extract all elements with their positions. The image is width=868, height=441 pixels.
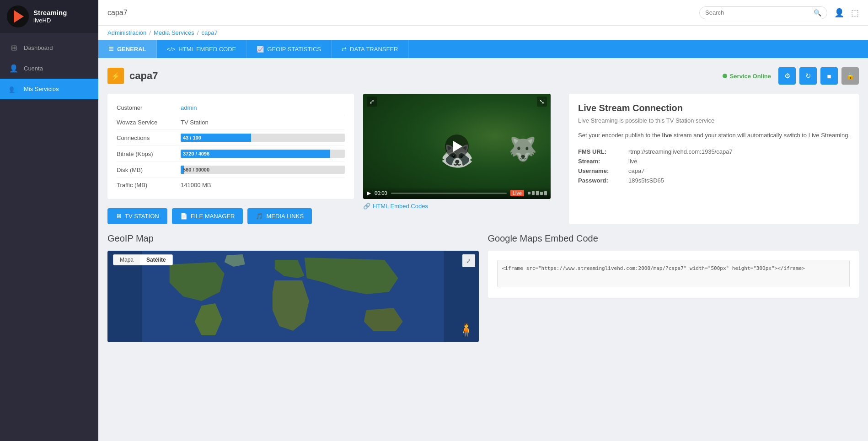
lock-button[interactable]: 🔒	[841, 67, 859, 85]
service-name: capa7	[129, 70, 158, 82]
settings-button[interactable]: ⚙	[778, 67, 796, 85]
vol-bar-3	[536, 191, 539, 195]
breadcrumb-media[interactable]: Media Services	[154, 29, 194, 36]
vol-bar-4	[540, 192, 543, 195]
video-progress-bar[interactable]	[391, 193, 507, 194]
embed-code-title: Google Maps Embed Code	[488, 233, 859, 244]
logo-area: Streaming liveHD	[0, 0, 98, 33]
topbar: capa7 🔍 👤 ⬚	[98, 0, 868, 26]
volume-bars	[528, 191, 547, 195]
map-tab-satelite[interactable]: Satélite	[140, 255, 172, 265]
topbar-title: capa7	[107, 9, 692, 17]
bitrate-text: 3720 / 4096	[183, 150, 209, 158]
sidebar-item-cuenta[interactable]: 👤 Cuenta	[0, 58, 98, 79]
play-icon	[14, 10, 24, 23]
map-wrapper: Mapa Satélite ⤢ 🧍	[107, 251, 479, 342]
tab-geoip[interactable]: 📈 GEOIP STATISTICS	[246, 40, 332, 58]
service-icon: ⚡	[107, 68, 124, 84]
map-tab-mapa[interactable]: Mapa	[113, 255, 140, 265]
geoip-section: GeoIP Map	[107, 233, 479, 342]
tv-station-button[interactable]: 🖥 TV STATION	[107, 208, 167, 224]
password-row: Password: 189s5tsSD65	[578, 176, 850, 185]
embed-code-textarea[interactable]: <iframe src="https://www.streaminglivehd…	[497, 260, 850, 287]
link-icon: 🔗	[363, 203, 370, 210]
page-header: ⚡ capa7 Service Online ⚙ ↻ ■ 🔒	[107, 67, 859, 85]
play-triangle	[453, 141, 462, 152]
media-links-button[interactable]: 🎵 MEDIA LINKS	[247, 208, 312, 224]
main-container: capa7 🔍 👤 ⬚ Administración / Media Servi…	[98, 0, 868, 441]
content-area: Administración / Media Services / capa7 …	[98, 26, 868, 441]
bitrate-bar: 3720 / 4096	[181, 150, 345, 158]
fms-row: FMS URL: rtmp://streaminglivehd.com:1935…	[578, 147, 850, 156]
map-container: Mapa Satélite ⤢ 🧍	[107, 251, 479, 342]
search-input[interactable]	[705, 9, 810, 16]
geoip-title: GeoIP Map	[107, 233, 479, 244]
data-transfer-tab-icon: ⇄	[342, 46, 347, 53]
service-title: ⚡ capa7	[107, 68, 158, 84]
tab-general[interactable]: ☰ GENERAL	[98, 40, 157, 58]
username-row: Username: capa7	[578, 166, 850, 176]
map-tab-bar: Mapa Satélite	[113, 254, 173, 265]
main-info-area: Customer admin Wowza Service TV Station …	[107, 94, 859, 224]
breadcrumb-admin[interactable]: Administración	[107, 29, 146, 36]
connections-text: 43 / 100	[183, 134, 201, 142]
connections-bar: 43 / 100	[181, 134, 345, 142]
bottom-section: GeoIP Map	[107, 233, 859, 342]
live-stream-subtitle: Live Streaming is possible to this TV St…	[578, 117, 850, 124]
file-manager-button[interactable]: 📄 FILE MANAGER	[172, 208, 243, 224]
logo-text: Streaming liveHD	[33, 9, 67, 24]
video-play-icon[interactable]: ▶	[367, 190, 371, 196]
bitrate-row: Bitrate (Kbps) 3720 / 4096	[117, 146, 345, 162]
breadcrumb-sep2: /	[197, 29, 199, 36]
breadcrumb-current: capa7	[201, 29, 217, 36]
cuenta-icon: 👤	[9, 64, 18, 73]
breadcrumb-sep1: /	[149, 29, 151, 36]
embed-link[interactable]: 🔗 HTML Embed Codes	[363, 203, 551, 210]
embed-code-section: Google Maps Embed Code <iframe src="http…	[488, 233, 859, 342]
disk-row: Disk (MB) 560 / 30000	[117, 162, 345, 178]
connections-row: Connections 43 / 100	[117, 130, 345, 146]
embed-code-box: <iframe src="https://www.streaminglivehd…	[488, 251, 859, 298]
info-table: Customer admin Wowza Service TV Station …	[107, 94, 354, 199]
connections-progress: 43 / 100	[181, 134, 345, 142]
video-time: 00:00	[375, 190, 387, 196]
html-tab-icon: </>	[167, 46, 176, 53]
search-icon: 🔍	[814, 9, 821, 16]
breadcrumb: Administración / Media Services / capa7	[107, 29, 859, 36]
map-expand-button[interactable]: ⤢	[462, 254, 475, 267]
action-buttons: 🖥 TV STATION 📄 FILE MANAGER 🎵 MEDIA LINK…	[107, 208, 354, 224]
disk-text: 560 / 30000	[183, 166, 209, 174]
live-stream-desc: Set your encoder publish to the live str…	[578, 131, 850, 140]
tabs-bar: ☰ GENERAL </> HTML EMBED CODE 📈 GEOIP ST…	[98, 40, 868, 58]
video-controls: ▶ 00:00 Live	[363, 187, 551, 199]
breadcrumb-bar: Administración / Media Services / capa7	[98, 26, 868, 40]
play-button[interactable]	[445, 134, 469, 158]
sidebar-item-mis-servicios[interactable]: 👥 Mis Servicios	[0, 79, 98, 99]
refresh-button[interactable]: ↻	[799, 67, 817, 85]
video-player: 🦝 🐺 ⤢ ⤡	[363, 94, 551, 199]
sidebar-item-dashboard[interactable]: ⊞ Dashboard	[0, 38, 98, 58]
vol-bar-2	[532, 191, 535, 195]
tv-station-icon: 🖥	[116, 213, 122, 220]
sidebar: Streaming liveHD ⊞ Dashboard 👤 Cuenta 👥 …	[0, 0, 98, 441]
page-body: ⚡ capa7 Service Online ⚙ ↻ ■ 🔒	[98, 58, 868, 351]
map-person-icon[interactable]: 🧍	[458, 323, 474, 338]
stop-button[interactable]: ■	[820, 67, 838, 85]
live-stream-title: Live Stream Connection	[578, 103, 850, 113]
sidebar-nav: ⊞ Dashboard 👤 Cuenta 👥 Mis Servicios	[0, 33, 98, 441]
logout-icon[interactable]: ⬚	[851, 8, 859, 18]
bitrate-progress: 3720 / 4096	[181, 150, 345, 158]
search-box: 🔍	[699, 6, 827, 19]
mis-servicios-icon: 👥	[9, 85, 18, 93]
tab-html-embed[interactable]: </> HTML EMBED CODE	[157, 40, 247, 58]
disk-progress: 560 / 30000	[181, 166, 345, 174]
vol-bar-5	[544, 191, 547, 195]
general-tab-icon: ☰	[108, 46, 114, 53]
video-overlay	[363, 94, 551, 199]
status-badge: Service Online	[723, 73, 771, 80]
media-links-icon: 🎵	[256, 213, 263, 220]
live-stream-table: FMS URL: rtmp://streaminglivehd.com:1935…	[578, 147, 850, 185]
user-icon[interactable]: 👤	[834, 8, 844, 18]
info-left: Customer admin Wowza Service TV Station …	[107, 94, 354, 224]
tab-data-transfer[interactable]: ⇄ DATA TRANSFER	[332, 40, 408, 58]
